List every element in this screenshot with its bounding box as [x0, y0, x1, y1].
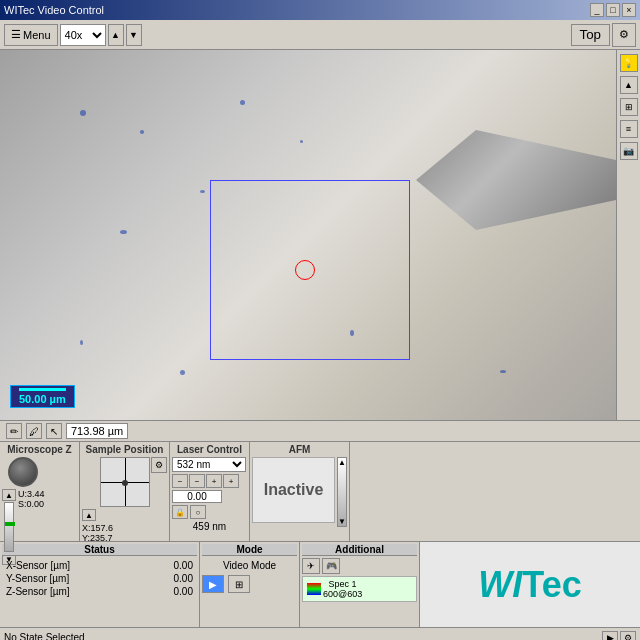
pos-coordinates: X:157.6 Y:235.7: [82, 523, 167, 543]
cursor-icon[interactable]: ↖: [46, 423, 62, 439]
camera-icon[interactable]: 📷: [620, 142, 638, 160]
mountain-icon[interactable]: ▲: [620, 76, 638, 94]
pos-arrows: ▲: [82, 509, 167, 521]
sample-position-panel: Sample Position ▲ X:157.6 Y:235.7 ⚙: [80, 442, 170, 541]
laser-minus2-button[interactable]: −: [189, 474, 205, 488]
y-sensor-value: 0.00: [147, 573, 195, 584]
mag-up-button[interactable]: ▲: [108, 24, 124, 46]
laser-minus-button[interactable]: −: [172, 474, 188, 488]
witec-wi: WI: [478, 564, 522, 605]
z-up-button[interactable]: ▲: [2, 489, 16, 501]
laser-plus-button[interactable]: +: [206, 474, 222, 488]
pos-settings-icon[interactable]: ⚙: [151, 457, 167, 473]
status-bar: ✏ 🖊 ↖ 713.98 µm: [0, 420, 640, 442]
right-sidebar: 💡 ▲ ⊞ ≡ 📷: [616, 50, 640, 420]
witec-tec: Tec: [522, 564, 581, 605]
z-knob[interactable]: [8, 457, 38, 487]
bottom-bar-buttons: ▶ ⚙: [602, 631, 636, 641]
afm-slider[interactable]: ▲ ▼: [337, 457, 347, 527]
additional-icons: ✈ 🎮: [302, 558, 417, 574]
camera-view: 50.00 µm: [0, 50, 616, 420]
laser-nm-display: 459 nm: [172, 521, 247, 532]
minimize-button[interactable]: _: [590, 3, 604, 17]
settings-bottom-button[interactable]: ⚙: [620, 631, 636, 641]
edit-icon[interactable]: 🖊: [26, 423, 42, 439]
top-button[interactable]: Top: [571, 24, 611, 46]
title-bar: WITec Video Control _ □ ×: [0, 0, 640, 20]
scale-label: 50.00 µm: [19, 393, 66, 405]
draw-icon[interactable]: ✏: [6, 423, 22, 439]
pos-up-button[interactable]: ▲: [82, 509, 96, 521]
sample-dot: [80, 110, 86, 116]
z-sensor-value: 0.00: [147, 586, 195, 597]
y-label: Y:: [82, 533, 90, 543]
afm-up-button[interactable]: ▲: [338, 458, 346, 467]
position-display: 713.98 µm: [66, 423, 128, 439]
z-slider[interactable]: [4, 502, 14, 552]
gear-icon: ⚙: [619, 28, 629, 41]
afm-title: AFM: [252, 444, 347, 455]
mode-label: Video Mode: [202, 560, 297, 571]
laser-plus2-button[interactable]: +: [223, 474, 239, 488]
s-label: S:: [18, 499, 27, 509]
panels-row: Microscope Z ▲ ▼ U:3.44 S:0.00: [0, 442, 640, 542]
mode-icons-row: ▶ ⊞: [202, 575, 297, 593]
microscope-z-panel: Microscope Z ▲ ▼ U:3.44 S:0.00: [0, 442, 80, 541]
witec-logo-panel: WITec: [420, 542, 640, 627]
light-icon[interactable]: 💡: [620, 54, 638, 72]
crosshair-circle: [295, 260, 315, 280]
sample-dot: [300, 140, 303, 143]
gamepad-icon[interactable]: 🎮: [322, 558, 340, 574]
afm-panel: AFM Inactive ▲ ▼: [250, 442, 350, 541]
spec-info: Spec 1 600@603: [323, 579, 362, 599]
scan-mode-button[interactable]: ⊞: [228, 575, 250, 593]
spec-range: 600@603: [323, 589, 362, 599]
video-mode-button[interactable]: ▶: [202, 575, 224, 593]
spec-label: Spec 1: [323, 579, 362, 589]
maximize-button[interactable]: □: [606, 3, 620, 17]
magnification-select[interactable]: 40x 10x 20x 60x 100x: [60, 24, 106, 46]
witec-logo: WITec: [478, 564, 581, 606]
s-value: 0.00: [27, 499, 45, 509]
sample-dot: [120, 230, 127, 234]
mag-down-button[interactable]: ▼: [126, 24, 142, 46]
state-status: No State Selected: [4, 632, 85, 640]
laser-beam-icon[interactable]: ○: [190, 505, 206, 519]
play-button[interactable]: ▶: [602, 631, 618, 641]
layers-icon[interactable]: ≡: [620, 120, 638, 138]
hamburger-icon: ☰: [11, 28, 21, 41]
scale-line: [19, 388, 66, 391]
settings-button[interactable]: ⚙: [612, 23, 636, 47]
laser-icons: 🔒 ○: [172, 505, 247, 519]
z-sensor-label: Z-Sensor [µm]: [4, 586, 145, 597]
sample-dot: [180, 370, 185, 375]
crosshair-dot: [122, 480, 128, 486]
mode-panel-title: Mode: [202, 544, 297, 556]
close-button[interactable]: ×: [622, 3, 636, 17]
afm-inactive-label: Inactive: [264, 481, 324, 499]
crosshair-container[interactable]: [100, 457, 150, 507]
sample-pos-content: ▲ X:157.6 Y:235.7 ⚙: [82, 457, 167, 543]
afm-content: Inactive ▲ ▼: [252, 457, 347, 527]
spec-display: Spec 1 600@603: [302, 576, 417, 602]
menu-button[interactable]: ☰ Menu: [4, 24, 58, 46]
microscope-z-title: Microscope Z: [2, 444, 77, 455]
window-controls[interactable]: _ □ ×: [590, 3, 636, 17]
laser-power-display: 0.00: [172, 490, 222, 503]
x-sensor-label: X-Sensor [µm]: [4, 560, 145, 571]
laser-shutter-icon[interactable]: 🔒: [172, 505, 188, 519]
u-label: U:: [18, 489, 27, 499]
grid-icon[interactable]: ⊞: [620, 98, 638, 116]
bottom-status-bar: No State Selected ▶ ⚙: [0, 627, 640, 640]
plane-icon[interactable]: ✈: [302, 558, 320, 574]
sample-dot: [500, 370, 506, 373]
laser-wavelength-select[interactable]: 532 nm: [172, 457, 246, 472]
status-panel: Status X-Sensor [µm] 0.00 Y-Sensor [µm] …: [0, 542, 200, 627]
x-label: X:: [82, 523, 91, 533]
afm-down-button[interactable]: ▼: [338, 517, 346, 526]
mode-panel: Mode Video Mode ▶ ⊞: [200, 542, 300, 627]
x-sensor-value: 0.00: [147, 560, 195, 571]
y-value: 235.7: [90, 533, 113, 543]
y-sensor-row: Y-Sensor [µm] 0.00: [4, 573, 195, 584]
additional-panel: Additional ✈ 🎮 Spec 1 600@603: [300, 542, 420, 627]
